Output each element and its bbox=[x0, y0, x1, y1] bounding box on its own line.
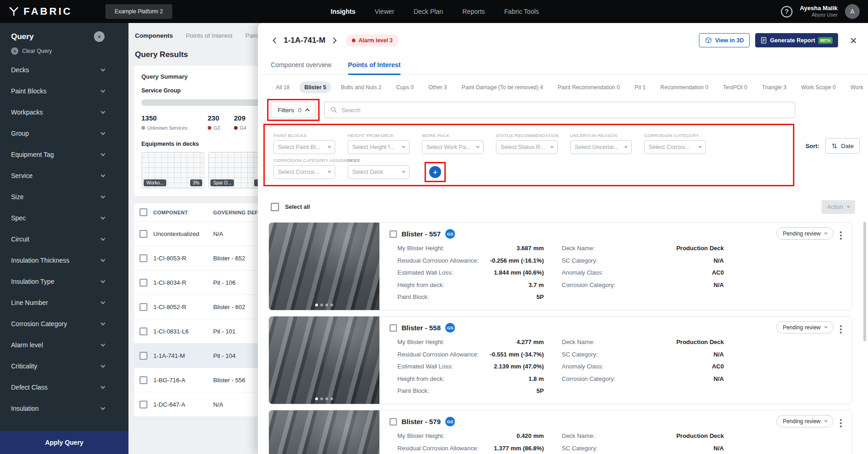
status-dropdown[interactable]: Pending review bbox=[776, 415, 833, 427]
filter-select[interactable]: Select Work Pa... bbox=[422, 140, 484, 154]
row-checkbox[interactable] bbox=[140, 376, 147, 384]
detail-tab[interactable]: Points of Interest bbox=[348, 61, 401, 75]
poi-photo[interactable] bbox=[269, 410, 379, 454]
carousel-dots[interactable] bbox=[315, 397, 333, 400]
poi-type-chip[interactable]: All 18 bbox=[271, 81, 295, 93]
top-nav-item[interactable]: Insights bbox=[331, 8, 355, 15]
poi-type-chip[interactable]: Work Scope 0 bbox=[796, 81, 841, 93]
view-in-3d-button[interactable]: View in 3D bbox=[699, 33, 750, 47]
filter-select[interactable]: Select Deck bbox=[348, 165, 409, 179]
back-button[interactable] bbox=[271, 36, 279, 45]
filter-select[interactable]: Select Paint Bl... bbox=[274, 140, 335, 154]
chevron-down-icon bbox=[550, 145, 553, 148]
poi-type-chip[interactable]: TestPOI 0 bbox=[718, 81, 752, 93]
chevron-down-icon bbox=[699, 145, 702, 148]
clear-query-button[interactable]: × Clear Query bbox=[0, 46, 128, 59]
header-checkbox[interactable] bbox=[140, 208, 147, 216]
row-checkbox[interactable] bbox=[140, 328, 147, 335]
poi-type-chip[interactable]: Blister 5 bbox=[299, 81, 331, 93]
sidebar-accordion-item[interactable]: Equipment Tag bbox=[0, 144, 128, 165]
poi-checkbox[interactable] bbox=[390, 324, 397, 332]
kebab-menu-icon[interactable] bbox=[837, 418, 845, 429]
generate-report-button[interactable]: Generate Report BETA bbox=[755, 33, 838, 47]
platform-badge[interactable]: Example Platform 2 bbox=[105, 4, 172, 19]
forward-button[interactable] bbox=[330, 36, 338, 45]
close-query-icon[interactable]: × bbox=[94, 31, 105, 42]
poi-type-chip[interactable]: Recommendation 0 bbox=[655, 81, 713, 93]
status-dropdown[interactable]: Pending review bbox=[776, 227, 833, 240]
kebab-menu-icon[interactable] bbox=[837, 324, 845, 335]
filter-select[interactable]: Select Corrosi... bbox=[644, 140, 706, 154]
sort-button[interactable]: Date bbox=[825, 138, 860, 154]
results-tab[interactable]: Components bbox=[135, 32, 173, 39]
row-checkbox[interactable] bbox=[140, 401, 147, 408]
poi-type-chip[interactable]: Bolts and Nuts 2 bbox=[336, 81, 386, 93]
sidebar-accordion-item[interactable]: Group bbox=[0, 123, 128, 144]
filter-select[interactable]: Select Uncertai... bbox=[570, 140, 632, 154]
row-checkbox[interactable] bbox=[140, 230, 147, 238]
poi-type-chip[interactable]: Cups 0 bbox=[391, 81, 419, 93]
sidebar-accordion-item[interactable]: Defect Class bbox=[0, 377, 128, 398]
detail-tab[interactable]: Component overview bbox=[271, 61, 332, 75]
add-filter-button[interactable]: + bbox=[429, 166, 441, 178]
carousel-dots[interactable] bbox=[315, 304, 333, 306]
poi-checkbox[interactable] bbox=[390, 230, 397, 238]
sidebar-accordion-item[interactable]: Spec bbox=[0, 207, 128, 229]
stat-legend: G3 bbox=[208, 125, 220, 131]
chevron-down-icon bbox=[101, 131, 105, 135]
poi-photo[interactable] bbox=[269, 316, 379, 404]
fabric-logo[interactable]: FABRIC bbox=[8, 6, 72, 17]
sidebar-accordion-item[interactable]: Decks bbox=[0, 59, 128, 80]
row-checkbox[interactable] bbox=[140, 352, 147, 360]
sidebar-accordion-item[interactable]: Workpacks bbox=[0, 102, 128, 123]
row-checkbox[interactable] bbox=[140, 254, 147, 262]
top-nav-item[interactable]: Fabric Tools bbox=[504, 8, 539, 15]
help-icon[interactable]: ? bbox=[781, 6, 792, 17]
deck-thumbnail[interactable]: Worko... 3% bbox=[141, 152, 204, 189]
poi-type-chip[interactable]: Work bbox=[845, 81, 868, 93]
top-nav-item[interactable]: Viewer bbox=[375, 8, 395, 15]
status-dropdown[interactable]: Pending review bbox=[776, 321, 833, 333]
sidebar-accordion-item[interactable]: Service bbox=[0, 165, 128, 186]
filter-select[interactable]: Select Height f... bbox=[348, 140, 409, 154]
scrollbar[interactable] bbox=[863, 222, 866, 341]
results-tab[interactable]: Points of Interest bbox=[186, 32, 233, 39]
close-panel-icon[interactable]: × bbox=[850, 34, 857, 46]
poi-type-chip[interactable]: Triangle 3 bbox=[757, 81, 792, 93]
query-sidebar: Query × × Clear Query Decks Paint Blocks… bbox=[0, 23, 128, 454]
row-checkbox[interactable] bbox=[140, 303, 147, 311]
sidebar-accordion-item[interactable]: Insulation Thickness bbox=[0, 250, 128, 271]
sidebar-accordion-item[interactable]: Insulation Type bbox=[0, 271, 128, 292]
search-input[interactable] bbox=[342, 107, 789, 114]
filters-toggle-button[interactable]: Filters 0 bbox=[271, 102, 316, 118]
action-button[interactable]: Action bbox=[821, 200, 855, 214]
sidebar-accordion-item[interactable]: Insulation bbox=[0, 398, 128, 419]
poi-checkbox[interactable] bbox=[390, 418, 397, 425]
filter-select[interactable]: Select Corrosi... bbox=[274, 165, 335, 179]
poi-type-chip[interactable]: Other 3 bbox=[423, 81, 452, 93]
sidebar-accordion-item[interactable]: Circuit bbox=[0, 229, 128, 250]
poi-type-chip[interactable]: Paint Damage (To be removed) 4 bbox=[457, 81, 548, 93]
sidebar-accordion-item[interactable]: Paint Blocks bbox=[0, 80, 128, 102]
sidebar-accordion-item[interactable]: Alarm level bbox=[0, 334, 128, 356]
poi-type-chip[interactable]: Paint Recommendation 0 bbox=[553, 81, 625, 93]
top-nav-item[interactable]: Reports bbox=[462, 8, 485, 15]
sidebar-accordion-item[interactable]: Size bbox=[0, 186, 128, 207]
chevron-down-icon bbox=[101, 258, 105, 262]
apply-query-button[interactable]: Apply Query bbox=[0, 431, 128, 454]
sidebar-accordion-item[interactable]: Corrosion Category bbox=[0, 313, 128, 334]
sidebar-accordion-item[interactable]: Criticality bbox=[0, 356, 128, 377]
filter-select[interactable]: Select Status R... bbox=[496, 140, 558, 154]
sidebar-accordion-item[interactable]: Line Number bbox=[0, 292, 128, 313]
field-row: Corrosion Category: N/A bbox=[562, 373, 724, 385]
filter-field: UNCERTAIN REASON Select Uncertai... bbox=[570, 133, 632, 154]
row-checkbox[interactable] bbox=[140, 279, 147, 287]
field-key: Residual Corrosion Allowance: bbox=[397, 443, 478, 454]
poi-photo[interactable] bbox=[269, 223, 379, 310]
poi-type-chip[interactable]: Pit 1 bbox=[629, 81, 651, 93]
select-all-checkbox[interactable] bbox=[271, 203, 279, 211]
kebab-menu-icon[interactable] bbox=[837, 230, 845, 241]
avatar[interactable]: A bbox=[845, 4, 860, 19]
top-nav-item[interactable]: Deck Plan bbox=[414, 8, 443, 15]
field-key: Corrosion Category: bbox=[562, 373, 615, 385]
